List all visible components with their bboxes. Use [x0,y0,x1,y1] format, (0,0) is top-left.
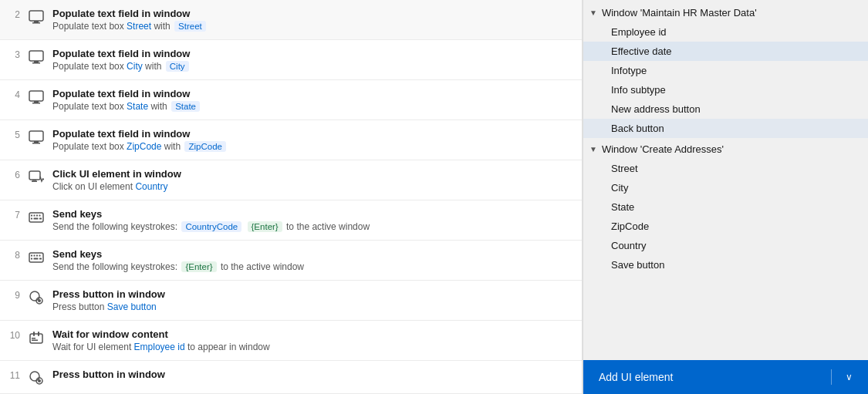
svg-rect-25 [34,254,35,256]
step-title: Click UI element in window [52,168,572,180]
step-row[interactable]: 2 Populate text field in window Populate… [0,0,582,40]
chevron-down-icon: ▼ [589,8,597,17]
svg-rect-22 [39,217,42,219]
step-content: Send keys Send the following keystrokes:… [52,208,572,232]
tree-group-header-create-addresses[interactable]: ▼ Window 'Create Addresses' [583,140,868,159]
field-link[interactable]: State [127,101,148,112]
group-label: Window 'Create Addresses' [602,143,724,155]
step-number: 10 [6,328,20,341]
step-title: Send keys [52,248,572,260]
tree-item-zipcode[interactable]: ZipCode [583,217,868,236]
tree-group-maintain: ▼ Window 'Maintain HR Master Data' Emplo… [583,3,868,138]
step-row[interactable]: 6 Click UI element in window Click on UI… [0,160,582,200]
step-desc: Populate text box ZipCode with ZipCode [52,141,572,152]
step-title: Populate text field in window [52,88,572,99]
tree-item-label: State [611,201,634,213]
press-icon [28,369,45,386]
step-content: Send keys Send the following keystrokes:… [52,248,572,272]
step-row[interactable]: 11 Press button in window [0,361,582,394]
svg-rect-20 [31,217,32,219]
key-tag: CountryCode [181,221,241,232]
tree-group-header-maintain[interactable]: ▼ Window 'Maintain HR Master Data' [583,3,868,22]
tree-item-save-button[interactable]: Save button [583,255,868,274]
svg-rect-12 [29,171,40,180]
monitor-icon [28,88,45,105]
svg-rect-27 [39,254,41,256]
tree-item-effective-date[interactable]: Effective date [583,42,868,61]
tree-item-infotype[interactable]: Infotype [583,61,868,80]
step-row[interactable]: 8 Send keys Send the following keystroke… [0,241,582,281]
tree-container: ▼ Window 'Maintain HR Master Data' Emplo… [583,0,868,360]
step-content: Press button in window Press button Save… [52,288,572,312]
svg-rect-13 [32,180,36,181]
svg-rect-23 [29,253,43,262]
tree-item-label: New address button [611,103,701,115]
field-link[interactable]: City [127,61,143,72]
svg-rect-3 [29,51,43,61]
field-link[interactable]: ZipCode [127,141,161,152]
svg-rect-36 [38,332,39,336]
step-number: 7 [6,208,20,221]
step-content: Populate text field in window Populate t… [52,128,572,152]
step-row[interactable]: 3 Populate text field in window Populate… [0,40,582,80]
tree-item-info-subtype[interactable]: Info subtype [583,80,868,99]
enter-tag: {Enter} [248,221,282,232]
step-row[interactable]: 5 Populate text field in window Populate… [0,120,582,160]
tree-item-back-button[interactable]: Back button [583,119,868,138]
tree-item-employee-id[interactable]: Employee id [583,22,868,42]
tree-item-country[interactable]: Country [583,236,868,255]
svg-rect-6 [29,91,43,101]
step-row[interactable]: 10 Wait for window content Wait for UI e… [0,321,582,361]
step-title: Press button in window [52,369,572,380]
step-desc: Click on UI element Country [52,181,572,192]
monitor-icon [28,8,45,25]
field-link[interactable]: Save button [107,301,157,312]
add-ui-element-button[interactable]: Add UI element ∨ [583,360,868,394]
step-desc: Send the following keystrokes: CountryCo… [52,221,572,232]
right-panel: ▼ Window 'Maintain HR Master Data' Emplo… [583,0,868,394]
svg-rect-17 [34,214,35,216]
step-content: Populate text field in window Populate t… [52,48,572,72]
svg-point-39 [30,372,39,381]
svg-rect-24 [31,254,32,256]
svg-point-33 [38,299,41,302]
step-number: 2 [6,8,20,20]
svg-rect-4 [34,61,39,62]
step-row[interactable]: 7 Send keys Send the following keystroke… [0,200,582,241]
svg-rect-18 [36,214,38,216]
field-link[interactable]: Street [127,21,151,32]
step-content: Click UI element in window Click on UI e… [52,168,572,192]
field-link[interactable]: Country [135,181,167,192]
step-row[interactable]: 9 Press button in window Press button Sa… [0,281,582,321]
step-title: Wait for window content [52,328,572,340]
svg-rect-30 [39,258,42,259]
value-tag: ZipCode [184,141,225,152]
step-number: 5 [6,128,20,140]
step-desc: Populate text box City with City [52,61,572,72]
keyboard-icon [28,208,45,225]
group-label: Window 'Maintain HR Master Data' [602,7,757,19]
step-title: Send keys [52,208,572,220]
step-content: Populate text field in window Populate t… [52,8,572,32]
step-number: 8 [6,248,20,261]
step-number: 3 [6,48,20,60]
chevron-down-icon: ∨ [846,372,853,382]
tree-item-label: Info subtype [611,84,666,96]
step-number: 11 [6,369,20,381]
tree-item-new-address-button[interactable]: New address button [583,99,868,119]
value-tag: State [171,101,200,112]
step-content: Wait for window content Wait for UI elem… [52,328,572,352]
svg-rect-16 [31,214,32,216]
field-link[interactable]: Employee id [134,342,185,352]
step-desc: Wait for UI element Employee id to appea… [52,342,572,352]
tree-item-city[interactable]: City [583,178,868,197]
svg-rect-0 [29,11,43,21]
step-row[interactable]: 4 Populate text field in window Populate… [0,80,582,120]
step-title: Populate text field in window [52,48,572,59]
tree-item-label: City [611,182,628,194]
step-title: Populate text field in window [52,128,572,140]
step-content: Populate text field in window Populate t… [52,88,572,112]
tree-item-state[interactable]: State [583,197,868,217]
tree-item-street[interactable]: Street [583,159,868,178]
svg-rect-9 [29,131,43,141]
